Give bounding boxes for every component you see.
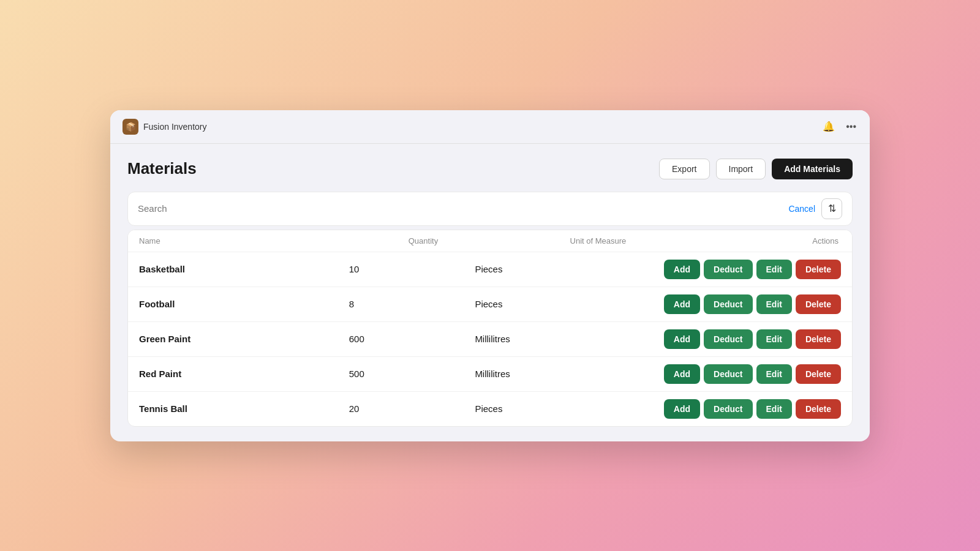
title-bar: 📦 Fusion Inventory 🔔 •••	[110, 110, 870, 144]
app-name: Fusion Inventory	[143, 122, 207, 132]
deduct-button[interactable]: Deduct	[704, 294, 752, 314]
col-header-quantity: Quantity	[409, 236, 570, 246]
search-section: Cancel ⇅	[127, 192, 853, 226]
app-icon: 📦	[123, 119, 138, 135]
row-unit: Pieces	[475, 264, 663, 274]
row-name: Football	[139, 299, 349, 309]
delete-button[interactable]: Delete	[796, 260, 841, 279]
col-header-actions: Actions	[812, 236, 841, 246]
materials-table: Name Quantity Unit of Measure Actions Ba…	[127, 230, 853, 427]
col-header-unit: Unit of Measure	[570, 236, 813, 246]
row-actions: Add Deduct Edit Delete	[664, 260, 841, 279]
delete-button[interactable]: Delete	[796, 329, 841, 349]
row-unit: Millilitres	[475, 369, 663, 379]
edit-button[interactable]: Edit	[756, 364, 792, 384]
add-button[interactable]: Add	[664, 260, 700, 279]
edit-button[interactable]: Edit	[756, 399, 792, 419]
edit-button[interactable]: Edit	[756, 260, 792, 279]
row-quantity: 500	[349, 369, 475, 379]
col-header-name: Name	[139, 236, 409, 246]
notification-icon[interactable]: 🔔	[821, 119, 836, 133]
row-unit: Pieces	[475, 403, 663, 414]
import-button[interactable]: Import	[716, 159, 766, 179]
deduct-button[interactable]: Deduct	[704, 399, 752, 419]
add-button[interactable]: Add	[664, 294, 700, 314]
deduct-button[interactable]: Deduct	[704, 329, 752, 349]
deduct-button[interactable]: Deduct	[704, 364, 752, 384]
row-quantity: 10	[349, 264, 475, 274]
header-actions: Export Import Add Materials	[659, 159, 853, 179]
add-button[interactable]: Add	[664, 364, 700, 384]
row-quantity: 8	[349, 299, 475, 309]
cancel-link[interactable]: Cancel	[788, 204, 815, 214]
row-quantity: 20	[349, 403, 475, 414]
row-actions: Add Deduct Edit Delete	[664, 399, 841, 419]
search-input[interactable]	[138, 203, 788, 214]
table-row: Green Paint 600 Millilitres Add Deduct E…	[128, 322, 852, 357]
table-row: Basketball 10 Pieces Add Deduct Edit Del…	[128, 252, 852, 287]
delete-button[interactable]: Delete	[796, 294, 841, 314]
title-bar-right: 🔔 •••	[821, 119, 858, 133]
export-button[interactable]: Export	[659, 159, 709, 179]
table-row: Red Paint 500 Millilitres Add Deduct Edi…	[128, 357, 852, 392]
title-bar-left: 📦 Fusion Inventory	[123, 119, 207, 135]
table-row: Football 8 Pieces Add Deduct Edit Delete	[128, 287, 852, 322]
search-bar: Cancel ⇅	[127, 192, 853, 226]
main-window: 📦 Fusion Inventory 🔔 ••• Materials Expor…	[110, 110, 870, 441]
row-actions: Add Deduct Edit Delete	[664, 294, 841, 314]
edit-button[interactable]: Edit	[756, 294, 792, 314]
add-button[interactable]: Add	[664, 399, 700, 419]
row-quantity: 600	[349, 334, 475, 344]
more-options-icon[interactable]: •••	[845, 120, 858, 133]
app-icon-emoji: 📦	[126, 122, 136, 132]
row-actions: Add Deduct Edit Delete	[664, 329, 841, 349]
delete-button[interactable]: Delete	[796, 399, 841, 419]
sort-button[interactable]: ⇅	[821, 198, 842, 219]
row-name: Tennis Ball	[139, 403, 349, 414]
row-name: Red Paint	[139, 369, 349, 379]
row-unit: Millilitres	[475, 334, 663, 344]
table-header-row: Name Quantity Unit of Measure Actions	[128, 230, 852, 252]
row-name: Basketball	[139, 264, 349, 274]
table-row: Tennis Ball 20 Pieces Add Deduct Edit De…	[128, 392, 852, 426]
content-area: Materials Export Import Add Materials Ca…	[110, 144, 870, 441]
page-title: Materials	[127, 159, 197, 178]
add-button[interactable]: Add	[664, 329, 700, 349]
delete-button[interactable]: Delete	[796, 364, 841, 384]
deduct-button[interactable]: Deduct	[704, 260, 752, 279]
edit-button[interactable]: Edit	[756, 329, 792, 349]
page-header: Materials Export Import Add Materials	[127, 159, 853, 179]
row-unit: Pieces	[475, 299, 663, 309]
add-materials-button[interactable]: Add Materials	[772, 159, 853, 179]
row-name: Green Paint	[139, 334, 349, 344]
search-right: Cancel ⇅	[788, 198, 842, 219]
row-actions: Add Deduct Edit Delete	[664, 364, 841, 384]
